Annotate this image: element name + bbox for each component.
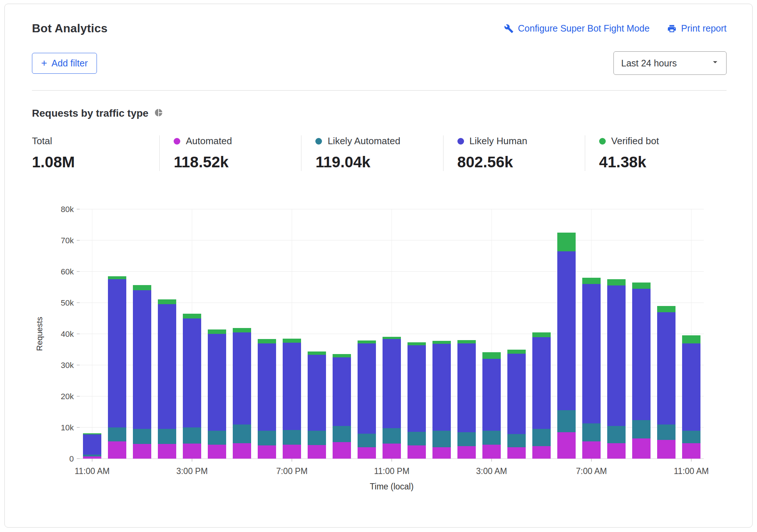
bar-segment — [83, 433, 101, 434]
bar-segment — [507, 447, 526, 459]
bar-segment — [457, 432, 476, 446]
bar-segment — [308, 431, 326, 445]
stat-total: Total 1.08M — [32, 135, 159, 171]
bar-segment — [507, 354, 526, 434]
bar-segment — [108, 279, 126, 427]
card-body: Requests by traffic type Total 1.08M Aut… — [5, 91, 752, 493]
bar-segment — [133, 429, 151, 444]
stat-likely-human-value: 802.56k — [457, 153, 585, 171]
print-link-label: Print report — [681, 23, 727, 34]
bar-segment — [383, 444, 401, 459]
bar-segment — [108, 441, 126, 459]
stat-likely-automated-value: 119.04k — [315, 153, 443, 171]
bar-segment — [632, 283, 651, 289]
bar-segment — [233, 443, 251, 459]
bar-segment — [283, 339, 301, 343]
plus-icon: + — [41, 59, 47, 67]
stat-total-label: Total — [32, 135, 52, 147]
bar-segment — [83, 434, 101, 455]
svg-text:60k: 60k — [61, 267, 74, 276]
bar-segment — [183, 318, 201, 428]
bar-segment — [233, 332, 251, 425]
bar-segment — [208, 329, 226, 334]
stat-verified-bot-label: Verified bot — [611, 135, 659, 147]
svg-text:3:00 PM: 3:00 PM — [176, 466, 208, 476]
stat-automated-label: Automated — [186, 135, 232, 147]
time-range-select[interactable]: Last 24 hours — [613, 51, 727, 75]
wrench-icon — [504, 24, 514, 33]
bar-segment — [158, 444, 176, 459]
section-title: Requests by traffic type — [32, 108, 148, 119]
bar-segment — [358, 343, 376, 434]
bot-analytics-card: Bot Analytics Configure Super Bot Fight … — [4, 4, 753, 528]
bar-segment — [408, 445, 426, 459]
bar-segment — [682, 431, 700, 443]
svg-text:7:00 AM: 7:00 AM — [576, 466, 607, 476]
bar-segment — [607, 443, 626, 459]
bar-segment — [432, 344, 451, 430]
bar-segment — [333, 357, 351, 426]
bar-segment — [208, 431, 226, 445]
bar-segment — [233, 424, 251, 443]
configure-super-bot-fight-mode-link[interactable]: Configure Super Bot Fight Mode — [504, 23, 650, 34]
bar-segment — [607, 279, 626, 285]
requests-chart[interactable]: 010k20k30k40k50k60k70k80k11:00 AM3:00 PM… — [32, 187, 709, 493]
bar-segment — [632, 420, 651, 438]
bar-segment — [158, 304, 176, 429]
bar-segment — [632, 289, 651, 420]
bar-segment — [158, 429, 176, 444]
add-filter-button[interactable]: + Add filter — [32, 53, 97, 74]
bar-segment — [507, 434, 526, 447]
verified-bot-legend-dot — [599, 138, 606, 145]
bar-segment — [632, 438, 651, 459]
bar-segment — [582, 278, 601, 284]
page-title: Bot Analytics — [32, 22, 108, 35]
svg-text:11:00 AM: 11:00 AM — [674, 466, 709, 476]
bar-segment — [657, 312, 675, 424]
bar-segment — [358, 340, 376, 344]
bar-segment — [408, 345, 426, 432]
bar-segment — [208, 445, 226, 459]
bar-segment — [607, 285, 626, 426]
bar-segment — [432, 341, 451, 344]
bar-segment — [108, 276, 126, 280]
stat-verified-bot-value: 41.38k — [599, 153, 727, 171]
bar-segment — [308, 445, 326, 459]
stat-likely-human: Likely Human 802.56k — [443, 135, 585, 171]
stat-total-value: 1.08M — [32, 153, 159, 171]
likely-automated-legend-dot — [315, 138, 322, 145]
printer-icon — [667, 24, 677, 33]
bar-segment — [333, 426, 351, 442]
svg-text:50k: 50k — [61, 298, 74, 307]
bar-segment — [258, 339, 276, 343]
bar-segment — [457, 340, 476, 343]
print-report-link[interactable]: Print report — [667, 23, 727, 34]
bar-segment — [333, 354, 351, 357]
bar-segment — [133, 290, 151, 429]
bar-segment — [457, 343, 476, 432]
bar-segment — [657, 306, 675, 312]
bar-segment — [183, 314, 201, 318]
bar-segment — [383, 339, 401, 428]
svg-text:40k: 40k — [61, 329, 74, 339]
bar-segment — [183, 427, 201, 444]
bar-segment — [358, 434, 376, 447]
bar-segment — [308, 355, 326, 431]
stat-automated: Automated 118.52k — [159, 135, 301, 171]
pie-chart-icon — [154, 108, 163, 119]
svg-text:20k: 20k — [61, 392, 74, 401]
bar-segment — [657, 424, 675, 440]
stat-likely-automated: Likely Automated 119.04k — [301, 135, 443, 171]
bar-segment — [607, 426, 626, 443]
bar-segment — [83, 456, 101, 459]
configure-link-label: Configure Super Bot Fight Mode — [518, 23, 650, 34]
bar-segment — [682, 335, 700, 343]
bar-segment — [408, 342, 426, 345]
bar-segment — [532, 446, 551, 459]
svg-text:80k: 80k — [61, 205, 74, 214]
bar-segment — [532, 332, 551, 337]
bar-segment — [432, 447, 451, 459]
bar-segment — [457, 446, 476, 459]
bar-segment — [682, 443, 700, 459]
bar-segment — [258, 431, 276, 446]
